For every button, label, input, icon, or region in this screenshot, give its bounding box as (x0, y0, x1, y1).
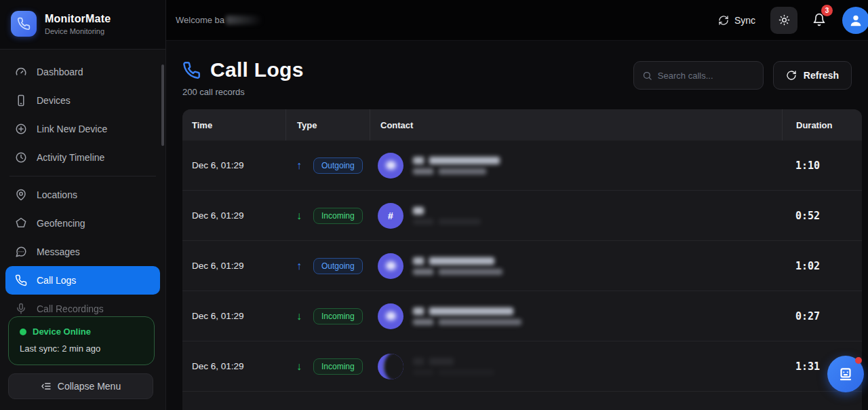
call-log-row[interactable]: Dec 6, 01:29 ↑ Outgoing 1:02 (182, 241, 862, 291)
refresh-button[interactable]: Refresh (773, 61, 852, 90)
call-type-badge: Incoming (313, 208, 363, 224)
call-log-row[interactable]: Dec 6, 01:29 ↑ Outgoing 1:10 (182, 141, 862, 191)
plus-circle-icon (15, 123, 27, 135)
sidebar-item-label: Devices (37, 95, 71, 106)
smartphone-icon (15, 94, 27, 107)
sidebar-item-messages[interactable]: Messages (5, 238, 160, 266)
sidebar-item-locations[interactable]: Locations (5, 181, 160, 209)
column-header-duration: Duration (782, 109, 862, 141)
main-area: Welcome ba Sync 3 (166, 0, 868, 410)
page-title: Call Logs (210, 58, 304, 81)
contact-avatar (378, 354, 403, 379)
sidebar-item-label: Locations (37, 189, 77, 200)
call-log-row[interactable]: Dec 6, 01:29 ↓ Incoming # 0:52 (182, 191, 862, 241)
call-type-cell: ↓ Incoming (285, 208, 370, 224)
device-status-card: Device Online Last sync: 2 min ago (8, 316, 155, 365)
call-type-cell: ↓ Incoming (285, 308, 370, 324)
contact-cell (370, 253, 782, 279)
theme-toggle-button[interactable] (770, 7, 797, 34)
app-title: MonitorMate (45, 13, 111, 25)
call-time: Dec 6, 01:29 (182, 361, 285, 371)
sync-icon (718, 15, 729, 26)
contact-avatar (378, 253, 403, 279)
call-duration: 1:02 (782, 260, 862, 272)
chatbot-alert-dot (855, 357, 862, 364)
call-type-cell: ↑ Outgoing (285, 258, 370, 274)
call-logs-table: Time Type Contact Duration Dec 6, 01:29 … (182, 109, 862, 410)
call-log-row[interactable]: Dec 6, 01:29 ↓ Incoming 0:27 (182, 291, 862, 341)
last-sync-text: Last sync: 2 min ago (20, 343, 143, 354)
call-duration: 0:27 (782, 310, 862, 322)
contact-cell (370, 303, 782, 329)
gauge-icon (15, 66, 27, 78)
sidebar-item-geofencing[interactable]: Geofencing (5, 209, 160, 238)
contact-avatar (378, 303, 403, 329)
sidebar-scrollbar[interactable] (161, 64, 164, 146)
pentagon-icon (15, 217, 27, 229)
chatbot-fab-button[interactable] (827, 356, 864, 392)
call-log-row[interactable]: Dec 6, 01:29 ↓ Incoming 1:31 (182, 341, 862, 392)
direction-arrow-icon: ↓ (296, 210, 302, 222)
device-status-title: Device Online (33, 327, 91, 337)
search-icon (642, 71, 652, 81)
sidebar-item-label: Geofencing (37, 218, 85, 229)
call-duration: 1:10 (782, 160, 862, 172)
sidebar-item-dashboard[interactable]: Dashboard (5, 58, 160, 86)
sidebar-item-link-new-device[interactable]: Link New Device (5, 115, 160, 143)
sidebar-item-label: Dashboard (37, 67, 83, 77)
mic-icon (15, 303, 27, 315)
redacted-contact-name (413, 257, 502, 275)
sync-label: Sync (734, 15, 755, 26)
contact-cell (370, 354, 782, 379)
call-type-badge: Incoming (313, 358, 363, 375)
refresh-icon (786, 70, 797, 81)
column-header-time: Time (182, 109, 285, 141)
redacted-contact-name (413, 157, 500, 174)
sidebar: MonitorMate Device Monitoring Dashboard … (0, 0, 166, 410)
sun-icon (778, 14, 790, 26)
call-time: Dec 6, 01:29 (182, 210, 285, 221)
sidebar-item-activity-timeline[interactable]: Activity Timeline (5, 143, 160, 172)
call-logs-icon (182, 61, 201, 79)
redacted-avatar-glyph (386, 261, 396, 270)
app-window: MonitorMate Device Monitoring Dashboard … (0, 0, 868, 410)
call-type-badge: Incoming (313, 308, 363, 324)
contact-cell (370, 153, 782, 179)
topbar: Welcome ba Sync 3 (166, 0, 868, 41)
call-type-cell: ↑ Outgoing (285, 157, 370, 174)
collapse-menu-button[interactable]: Collapse Menu (8, 373, 153, 399)
sidebar-item-call-logs[interactable]: Call Logs (5, 266, 160, 295)
sync-button[interactable]: Sync (718, 15, 755, 26)
call-duration: 0:52 (782, 210, 862, 222)
contact-avatar (378, 153, 403, 179)
table-header-row: Time Type Contact Duration (182, 109, 862, 141)
call-type-cell: ↓ Incoming (285, 358, 370, 375)
call-time: Dec 6, 01:29 (182, 261, 285, 271)
redacted-contact-name (413, 207, 481, 225)
table-body: Dec 6, 01:29 ↑ Outgoing 1:10 Dec 6, 01:2… (182, 141, 862, 392)
sidebar-item-devices[interactable]: Devices (5, 86, 160, 115)
sidebar-item-label: Call Recordings (37, 303, 104, 314)
notifications-button[interactable]: 3 (812, 13, 827, 28)
direction-arrow-icon: ↑ (296, 160, 302, 172)
app-logo: MonitorMate Device Monitoring (0, 0, 165, 50)
redacted-avatar-glyph (386, 362, 396, 371)
app-subtitle: Device Monitoring (45, 27, 111, 35)
direction-arrow-icon: ↓ (296, 310, 302, 322)
call-time: Dec 6, 01:29 (182, 311, 285, 321)
user-avatar[interactable] (842, 7, 868, 34)
search-calls-box (633, 61, 764, 90)
online-dot-icon (20, 329, 26, 335)
contact-cell: # (370, 203, 782, 229)
collapse-menu-label: Collapse Menu (58, 381, 121, 392)
search-calls-input[interactable] (658, 71, 755, 81)
redacted-avatar-glyph (386, 312, 396, 320)
welcome-text: Welcome ba (176, 15, 262, 25)
direction-arrow-icon: ↓ (296, 360, 302, 373)
map-pin-icon (15, 189, 27, 201)
direction-arrow-icon: ↑ (296, 260, 302, 272)
sidebar-item-label: Call Logs (37, 275, 76, 286)
sidebar-item-label: Link New Device (37, 124, 107, 134)
sidebar-item-label: Messages (37, 246, 80, 257)
call-type-badge: Outgoing (313, 258, 363, 274)
